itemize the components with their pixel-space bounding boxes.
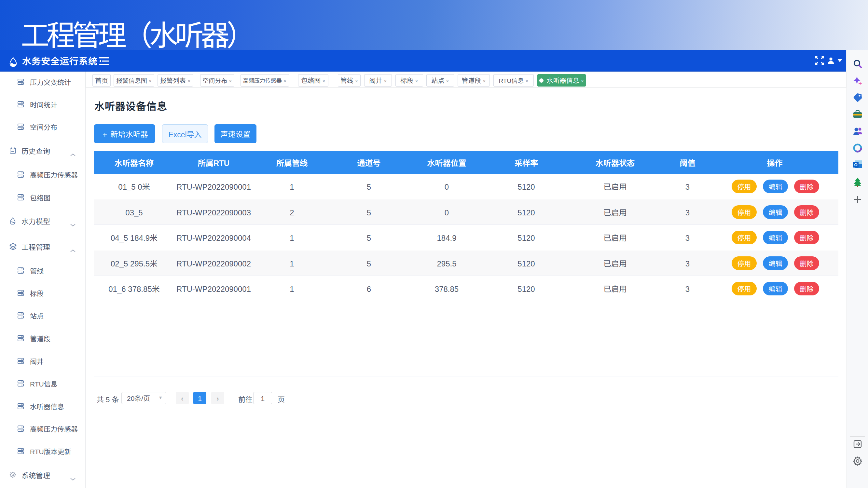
svg-text:O: O xyxy=(854,162,857,167)
